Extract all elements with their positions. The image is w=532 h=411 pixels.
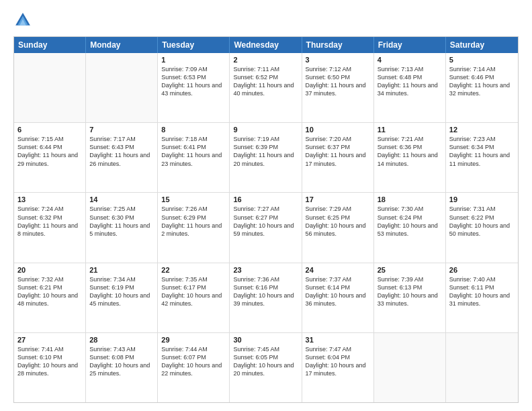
day-number: 29 [161, 336, 226, 344]
cell-info: Sunrise: 7:36 AM Sunset: 6:16 PM Dayligh… [233, 275, 298, 308]
cell-info: Sunrise: 7:12 AM Sunset: 6:50 PM Dayligh… [306, 65, 370, 98]
calendar-row-0: 1Sunrise: 7:09 AM Sunset: 6:53 PM Daylig… [14, 53, 518, 122]
header-cell-sunday: Sunday [14, 37, 86, 53]
day-cell-24: 24Sunrise: 7:37 AM Sunset: 6:14 PM Dayli… [302, 263, 374, 332]
day-number: 25 [378, 266, 442, 274]
cell-info: Sunrise: 7:18 AM Sunset: 6:41 PM Dayligh… [161, 135, 226, 168]
cell-info: Sunrise: 7:13 AM Sunset: 6:48 PM Dayligh… [378, 65, 442, 98]
day-cell-30: 30Sunrise: 7:45 AM Sunset: 6:05 PM Dayli… [230, 333, 302, 402]
empty-cell-4-6 [446, 333, 518, 402]
header [13, 11, 519, 30]
cell-info: Sunrise: 7:47 AM Sunset: 6:04 PM Dayligh… [306, 345, 370, 378]
cell-info: Sunrise: 7:45 AM Sunset: 6:05 PM Dayligh… [233, 345, 298, 378]
cell-info: Sunrise: 7:19 AM Sunset: 6:39 PM Dayligh… [233, 135, 298, 168]
day-cell-6: 6Sunrise: 7:15 AM Sunset: 6:44 PM Daylig… [14, 123, 86, 192]
header-cell-monday: Monday [86, 37, 158, 53]
header-cell-friday: Friday [374, 37, 446, 53]
calendar-row-3: 20Sunrise: 7:32 AM Sunset: 6:21 PM Dayli… [14, 263, 518, 332]
day-number: 12 [449, 126, 515, 134]
day-number: 19 [449, 195, 515, 203]
cell-info: Sunrise: 7:41 AM Sunset: 6:10 PM Dayligh… [17, 345, 82, 378]
day-number: 15 [161, 195, 226, 203]
day-number: 9 [233, 126, 298, 134]
page: SundayMondayTuesdayWednesdayThursdayFrid… [0, 0, 532, 411]
cell-info: Sunrise: 7:34 AM Sunset: 6:19 PM Dayligh… [89, 275, 154, 308]
day-number: 6 [17, 126, 82, 134]
day-cell-23: 23Sunrise: 7:36 AM Sunset: 6:16 PM Dayli… [230, 263, 302, 332]
day-number: 24 [306, 266, 370, 274]
cell-info: Sunrise: 7:27 AM Sunset: 6:27 PM Dayligh… [233, 205, 298, 238]
day-number: 18 [378, 195, 442, 203]
day-cell-14: 14Sunrise: 7:25 AM Sunset: 6:30 PM Dayli… [86, 193, 158, 262]
logo [13, 11, 35, 30]
day-cell-15: 15Sunrise: 7:26 AM Sunset: 6:29 PM Dayli… [158, 193, 230, 262]
cell-info: Sunrise: 7:25 AM Sunset: 6:30 PM Dayligh… [89, 205, 154, 238]
day-cell-19: 19Sunrise: 7:31 AM Sunset: 6:22 PM Dayli… [446, 193, 518, 262]
day-cell-9: 9Sunrise: 7:19 AM Sunset: 6:39 PM Daylig… [230, 123, 302, 192]
day-number: 1 [161, 56, 226, 64]
header-cell-saturday: Saturday [446, 37, 518, 53]
cell-info: Sunrise: 7:26 AM Sunset: 6:29 PM Dayligh… [161, 205, 226, 238]
day-cell-31: 31Sunrise: 7:47 AM Sunset: 6:04 PM Dayli… [302, 333, 374, 402]
day-cell-18: 18Sunrise: 7:30 AM Sunset: 6:24 PM Dayli… [374, 193, 446, 262]
day-cell-10: 10Sunrise: 7:20 AM Sunset: 6:37 PM Dayli… [302, 123, 374, 192]
day-number: 22 [161, 266, 226, 274]
cell-info: Sunrise: 7:14 AM Sunset: 6:46 PM Dayligh… [449, 65, 515, 98]
day-cell-5: 5Sunrise: 7:14 AM Sunset: 6:46 PM Daylig… [446, 53, 518, 122]
day-number: 30 [233, 336, 298, 344]
calendar: SundayMondayTuesdayWednesdayThursdayFrid… [13, 36, 519, 403]
empty-cell-4-5 [374, 333, 446, 402]
day-number: 10 [306, 126, 370, 134]
day-number: 2 [233, 56, 298, 64]
day-number: 8 [161, 126, 226, 134]
cell-info: Sunrise: 7:40 AM Sunset: 6:11 PM Dayligh… [449, 275, 515, 308]
cell-info: Sunrise: 7:21 AM Sunset: 6:36 PM Dayligh… [378, 135, 442, 168]
header-cell-tuesday: Tuesday [158, 37, 230, 53]
empty-cell-0-0 [14, 53, 86, 122]
calendar-row-4: 27Sunrise: 7:41 AM Sunset: 6:10 PM Dayli… [14, 332, 518, 402]
day-number: 3 [306, 56, 370, 64]
day-number: 17 [306, 195, 370, 203]
day-number: 11 [378, 126, 442, 134]
day-number: 13 [17, 195, 82, 203]
day-cell-13: 13Sunrise: 7:24 AM Sunset: 6:32 PM Dayli… [14, 193, 86, 262]
day-cell-2: 2Sunrise: 7:11 AM Sunset: 6:52 PM Daylig… [230, 53, 302, 122]
day-cell-26: 26Sunrise: 7:40 AM Sunset: 6:11 PM Dayli… [446, 263, 518, 332]
day-cell-27: 27Sunrise: 7:41 AM Sunset: 6:10 PM Dayli… [14, 333, 86, 402]
day-number: 21 [89, 266, 154, 274]
day-cell-17: 17Sunrise: 7:29 AM Sunset: 6:25 PM Dayli… [302, 193, 374, 262]
cell-info: Sunrise: 7:35 AM Sunset: 6:17 PM Dayligh… [161, 275, 226, 308]
cell-info: Sunrise: 7:17 AM Sunset: 6:43 PM Dayligh… [89, 135, 154, 168]
cell-info: Sunrise: 7:11 AM Sunset: 6:52 PM Dayligh… [233, 65, 298, 98]
day-cell-16: 16Sunrise: 7:27 AM Sunset: 6:27 PM Dayli… [230, 193, 302, 262]
day-number: 27 [17, 336, 82, 344]
day-cell-12: 12Sunrise: 7:23 AM Sunset: 6:34 PM Dayli… [446, 123, 518, 192]
day-cell-11: 11Sunrise: 7:21 AM Sunset: 6:36 PM Dayli… [374, 123, 446, 192]
cell-info: Sunrise: 7:31 AM Sunset: 6:22 PM Dayligh… [449, 205, 515, 238]
cell-info: Sunrise: 7:23 AM Sunset: 6:34 PM Dayligh… [449, 135, 515, 168]
day-cell-22: 22Sunrise: 7:35 AM Sunset: 6:17 PM Dayli… [158, 263, 230, 332]
day-cell-29: 29Sunrise: 7:44 AM Sunset: 6:07 PM Dayli… [158, 333, 230, 402]
cell-info: Sunrise: 7:24 AM Sunset: 6:32 PM Dayligh… [17, 205, 82, 238]
day-cell-21: 21Sunrise: 7:34 AM Sunset: 6:19 PM Dayli… [86, 263, 158, 332]
cell-info: Sunrise: 7:15 AM Sunset: 6:44 PM Dayligh… [17, 135, 82, 168]
day-number: 26 [449, 266, 515, 274]
day-cell-8: 8Sunrise: 7:18 AM Sunset: 6:41 PM Daylig… [158, 123, 230, 192]
header-cell-wednesday: Wednesday [230, 37, 302, 53]
day-cell-3: 3Sunrise: 7:12 AM Sunset: 6:50 PM Daylig… [302, 53, 374, 122]
header-cell-thursday: Thursday [302, 37, 374, 53]
cell-info: Sunrise: 7:30 AM Sunset: 6:24 PM Dayligh… [378, 205, 442, 238]
logo-icon [13, 11, 32, 30]
day-cell-4: 4Sunrise: 7:13 AM Sunset: 6:48 PM Daylig… [374, 53, 446, 122]
cell-info: Sunrise: 7:43 AM Sunset: 6:08 PM Dayligh… [89, 345, 154, 378]
day-cell-7: 7Sunrise: 7:17 AM Sunset: 6:43 PM Daylig… [86, 123, 158, 192]
cell-info: Sunrise: 7:32 AM Sunset: 6:21 PM Dayligh… [17, 275, 82, 308]
day-number: 23 [233, 266, 298, 274]
calendar-header: SundayMondayTuesdayWednesdayThursdayFrid… [14, 37, 518, 53]
cell-info: Sunrise: 7:39 AM Sunset: 6:13 PM Dayligh… [378, 275, 442, 308]
day-number: 31 [306, 336, 370, 344]
day-number: 16 [233, 195, 298, 203]
calendar-row-1: 6Sunrise: 7:15 AM Sunset: 6:44 PM Daylig… [14, 122, 518, 192]
cell-info: Sunrise: 7:29 AM Sunset: 6:25 PM Dayligh… [306, 205, 370, 238]
day-cell-20: 20Sunrise: 7:32 AM Sunset: 6:21 PM Dayli… [14, 263, 86, 332]
